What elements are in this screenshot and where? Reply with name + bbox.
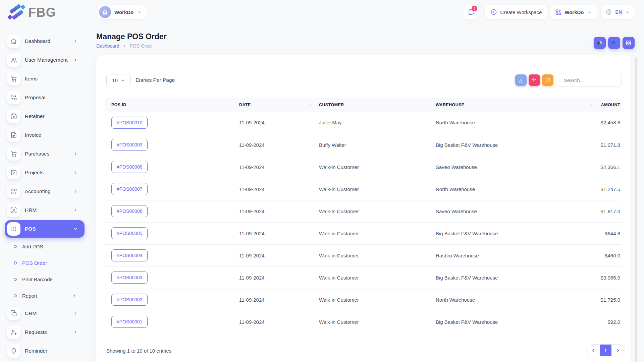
globe-icon (605, 9, 612, 15)
sidebar-subitem-label: Add POS (22, 244, 43, 249)
chevron-right-icon (73, 39, 78, 44)
brand-logo[interactable]: FBG (7, 4, 56, 21)
sidebar-item-items[interactable]: Items (0, 69, 89, 88)
pos-id-link[interactable]: #POS00009 (111, 139, 148, 151)
pagination-prev-button[interactable] (587, 345, 600, 356)
sidebar-item-dashboard[interactable]: Dashboard (0, 32, 89, 51)
entries-per-page-value: 10 (112, 77, 118, 83)
sidebar-item-user-management[interactable]: User Management (0, 51, 89, 69)
language-selector[interactable]: EN (600, 5, 635, 19)
sidebar-item-hrm[interactable]: HRM (0, 201, 89, 220)
search-input[interactable] (559, 74, 622, 86)
reset-undo-button[interactable] (529, 74, 540, 86)
chevron-right-icon (72, 294, 76, 298)
pos-id-link[interactable]: #POS00008 (111, 161, 148, 173)
sort-icon[interactable]: ↑↓ (427, 103, 430, 107)
sidebar-item-label: Requests (25, 329, 47, 335)
order-amount: $1,817.0 (599, 200, 622, 222)
order-date: 11-09-2024 (239, 134, 319, 156)
chevron-down-icon (121, 78, 125, 82)
table-row: #POS00009 11-09-2024 Buffy Walter Big Ba… (105, 134, 622, 156)
google-drive-button[interactable] (594, 37, 606, 49)
sidebar-item-purchases[interactable]: Purchases (0, 144, 89, 163)
pos-id-link[interactable]: #POS00005 (111, 227, 148, 239)
breadcrumb-dashboard-link[interactable]: Dashboard (96, 43, 119, 49)
account-menu-button[interactable]: WorkDo (550, 5, 597, 19)
sidebar-item-label: Purchases (25, 151, 49, 157)
order-warehouse: Big Basket F&V Warehouse (436, 222, 599, 244)
column-header-warehouse[interactable]: WAREHOUSE↑↓ (436, 98, 599, 112)
table-row: #POS00006 11-09-2024 Walk-in Customer Sa… (105, 200, 622, 222)
invoice-file-icon (7, 128, 20, 142)
order-date: 11-09-2024 (239, 266, 319, 289)
pagination-next-button[interactable] (611, 345, 625, 356)
sidebar-item-requests[interactable]: Requests (0, 323, 89, 342)
sidebar-item-accounting[interactable]: Accounting (0, 182, 89, 201)
column-header-customer[interactable]: CUSTOMER↑↓ (319, 98, 436, 112)
sort-icon[interactable]: ↑↓ (228, 103, 231, 107)
sidebar-item-label: POS (25, 226, 36, 232)
sidebar-item-label: Retainer (25, 113, 45, 119)
order-customer: Buffy Walter (319, 134, 436, 156)
sidebar-item-label: User Management (25, 57, 68, 63)
google-drive-icon (597, 40, 603, 46)
account-menu-label: WorkDo (565, 9, 584, 15)
chevron-down-icon (138, 10, 142, 14)
sidebar-subitem-pos-order[interactable]: POS Order (0, 255, 89, 271)
pos-id-link[interactable]: #POS00010 (111, 117, 148, 129)
table-controls: 10 Entries Per Page (106, 74, 622, 86)
sidebar-item-projects[interactable]: Projects (0, 163, 89, 182)
sidebar-subitem-label: POS Order (22, 260, 47, 266)
column-header-date[interactable]: DATE↑↓ (239, 98, 319, 112)
pos-id-link[interactable]: #POS00002 (111, 294, 148, 306)
workspace-avatar (99, 6, 111, 18)
sort-icon[interactable]: ↑↓ (310, 103, 312, 107)
sidebar-subitem-add-pos[interactable]: Add POS (0, 238, 89, 255)
refresh-button[interactable] (542, 74, 553, 86)
entries-per-page-select[interactable]: 10 (106, 74, 131, 86)
check-square-icon (7, 166, 20, 179)
sidebar-subitem-label: Print Barcode (22, 277, 53, 282)
undo-icon (532, 77, 537, 83)
column-header-amount[interactable]: AMOUNT (599, 98, 622, 112)
sidebar-item-label: HRM (25, 207, 37, 213)
order-amount: $3,065.0 (599, 266, 622, 289)
sidebar-item-crm[interactable]: CRM (0, 304, 89, 323)
export-download-button[interactable] (515, 74, 527, 86)
order-customer: Walk-in Customer (319, 266, 436, 289)
pos-id-link[interactable]: #POS00001 (111, 316, 148, 328)
pos-id-link[interactable]: #POS00003 (111, 272, 148, 284)
order-date: 11-09-2024 (239, 222, 319, 244)
workspace-switcher[interactable]: WorkDo (97, 5, 147, 19)
sidebar-item-label: Accounting (25, 188, 51, 194)
sidebar-item-label: Dashboard (25, 38, 50, 44)
onedrive-button[interactable] (608, 37, 620, 49)
messages-button[interactable]: 0 (464, 5, 479, 19)
sidebar-subitem-label: Report (22, 293, 37, 299)
sort-icon[interactable]: ↑↓ (591, 103, 593, 107)
column-header-pos-id[interactable]: POS ID↑↓ (105, 98, 239, 112)
sidebar-item-proposal[interactable]: Proposal (0, 88, 89, 107)
sidebar-item-invoice[interactable]: Invoice (0, 126, 89, 144)
pos-id-link[interactable]: #POS00004 (111, 249, 148, 261)
page-scrollbar[interactable] (635, 57, 637, 362)
grid-view-button[interactable] (623, 37, 635, 49)
order-warehouse: Big Basket F&V Warehouse (436, 266, 599, 289)
proposal-swap-icon (7, 91, 20, 104)
sidebar-item-pos[interactable]: POS (5, 220, 85, 238)
create-workspace-label: Create Workspace (500, 9, 542, 15)
table-row: #POS00010 11-09-2024 Juliet May North Wa… (105, 112, 622, 134)
pos-id-link[interactable]: #POS00007 (111, 183, 148, 195)
entries-summary: Showing 1 to 10 of 10 entries (106, 348, 171, 354)
sidebar-subitem-report[interactable]: Report (0, 288, 89, 304)
pos-id-link[interactable]: #POS00006 (111, 205, 148, 217)
create-workspace-button[interactable]: Create Workspace (485, 5, 547, 19)
save-icon (7, 110, 20, 123)
chevron-right-icon (616, 348, 620, 353)
main-content: Manage POS Order Dashboard POS Order (89, 24, 644, 362)
pagination-current-page[interactable]: 1 (600, 345, 611, 356)
sidebar-subitem-print-barcode[interactable]: Print Barcode (0, 271, 89, 288)
sidebar-item-retainer[interactable]: Retainer (0, 107, 89, 126)
table-row: #POS00004 11-09-2024 Walk-in Customer Ha… (105, 244, 622, 266)
sidebar-item-reminder[interactable]: Reminder (0, 342, 89, 360)
